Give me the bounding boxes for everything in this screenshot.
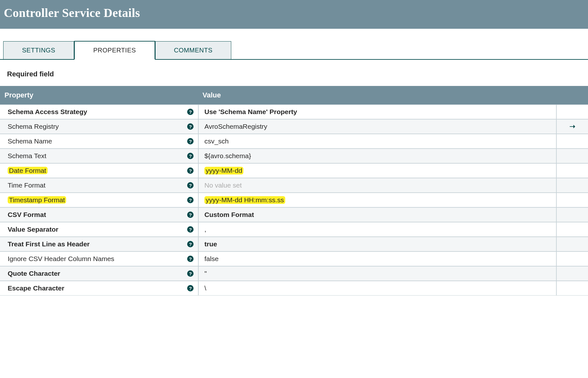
table-row[interactable]: Schema Text?${avro.schema} [0, 149, 588, 163]
property-name-cell: Ignore CSV Header Column Names? [0, 252, 198, 266]
help-icon[interactable]: ? [187, 182, 194, 189]
table-row[interactable]: Escape Character?\ [0, 281, 588, 296]
properties-table: Property Value Schema Access Strategy?Us… [0, 86, 588, 296]
property-action-cell [556, 281, 588, 295]
property-value-cell[interactable]: " [198, 266, 556, 281]
help-icon[interactable]: ? [187, 109, 194, 115]
property-label: Schema Access Strategy [8, 108, 87, 116]
property-action-cell [556, 266, 588, 281]
property-action-cell [556, 164, 588, 178]
column-header-actions [556, 86, 588, 104]
help-icon[interactable]: ? [187, 270, 194, 277]
help-icon[interactable]: ? [187, 123, 194, 130]
property-name-cell: Timestamp Format? [0, 193, 198, 207]
help-icon[interactable]: ? [187, 167, 194, 174]
property-action-cell [556, 134, 588, 148]
property-value-cell[interactable]: \ [198, 281, 556, 295]
required-field-label: Required field [0, 60, 588, 86]
help-icon[interactable]: ? [187, 285, 194, 291]
table-header-row: Property Value [0, 86, 588, 104]
table-row[interactable]: Ignore CSV Header Column Names?false [0, 251, 588, 266]
property-name-cell: Escape Character? [0, 281, 198, 295]
property-name-cell: Time Format? [0, 178, 198, 192]
property-name-cell: Schema Registry? [0, 120, 198, 134]
table-row[interactable]: Date Format?yyyy-MM-dd [0, 163, 588, 178]
goto-icon[interactable]: ➝ [569, 122, 575, 131]
property-action-cell [556, 178, 588, 192]
table-row[interactable]: Schema Access Strategy?Use 'Schema Name'… [0, 104, 588, 119]
property-label: Schema Name [8, 137, 52, 145]
property-name-cell: Value Separator? [0, 222, 198, 236]
column-header-property: Property [0, 86, 198, 104]
table-row[interactable]: Schema Registry?AvroSchemaRegistry➝ [0, 119, 588, 134]
tab-comments[interactable]: COMMENTS [155, 41, 232, 59]
property-label: Schema Text [8, 152, 46, 160]
dialog-header: Controller Service Details [0, 0, 588, 29]
tab-settings[interactable]: SETTINGS [3, 41, 74, 59]
property-name-cell: Schema Access Strategy? [0, 105, 198, 119]
property-value-cell[interactable]: true [198, 237, 556, 251]
property-value-cell[interactable]: false [198, 252, 556, 266]
property-value-cell[interactable]: AvroSchemaRegistry [198, 120, 556, 134]
property-value-cell[interactable]: yyyy-MM-dd [198, 164, 556, 178]
property-action-cell: ➝ [556, 120, 588, 134]
table-row[interactable]: Value Separator?, [0, 222, 588, 237]
property-value-cell[interactable]: yyyy-MM-dd HH:mm:ss.ss [198, 193, 556, 207]
tab-properties[interactable]: PROPERTIES [74, 41, 155, 60]
table-row[interactable]: Timestamp Format?yyyy-MM-dd HH:mm:ss.ss [0, 193, 588, 207]
help-icon[interactable]: ? [187, 256, 194, 262]
property-value-cell[interactable]: csv_sch [198, 134, 556, 148]
property-value-cell[interactable]: Custom Format [198, 208, 556, 222]
help-icon[interactable]: ? [187, 138, 194, 144]
property-label: Quote Character [8, 270, 60, 277]
property-name-cell: CSV Format? [0, 208, 198, 222]
property-label: Value Separator [8, 226, 58, 233]
property-action-cell [556, 252, 588, 266]
help-icon[interactable]: ? [187, 212, 194, 218]
property-action-cell [556, 149, 588, 163]
property-label: Ignore CSV Header Column Names [8, 255, 114, 263]
column-header-value: Value [198, 86, 556, 104]
table-row[interactable]: CSV Format?Custom Format [0, 207, 588, 222]
table-row[interactable]: Treat First Line as Header?true [0, 237, 588, 251]
property-name-cell: Date Format? [0, 164, 198, 178]
property-name-cell: Schema Name? [0, 134, 198, 148]
help-icon[interactable]: ? [187, 197, 194, 203]
page-title: Controller Service Details [4, 6, 584, 20]
property-value-cell[interactable]: , [198, 222, 556, 236]
property-value-cell[interactable]: No value set [198, 178, 556, 192]
property-label: Treat First Line as Header [8, 240, 90, 248]
property-action-cell [556, 105, 588, 119]
help-icon[interactable]: ? [187, 153, 194, 159]
property-label: Schema Registry [8, 123, 59, 130]
property-action-cell [556, 208, 588, 222]
property-label: Time Format [8, 181, 45, 189]
tab-bar: SETTINGS PROPERTIES COMMENTS [0, 41, 588, 60]
property-action-cell [556, 193, 588, 207]
property-value-cell[interactable]: ${avro.schema} [198, 149, 556, 163]
property-label: Timestamp Format [8, 196, 66, 204]
property-name-cell: Schema Text? [0, 149, 198, 163]
help-icon[interactable]: ? [187, 226, 194, 233]
property-label: CSV Format [8, 211, 46, 219]
table-row[interactable]: Schema Name?csv_sch [0, 134, 588, 149]
property-action-cell [556, 237, 588, 251]
property-value-cell[interactable]: Use 'Schema Name' Property [198, 105, 556, 119]
help-icon[interactable]: ? [187, 241, 194, 247]
property-label: Date Format [8, 167, 48, 174]
table-row[interactable]: Quote Character?" [0, 266, 588, 281]
property-name-cell: Quote Character? [0, 266, 198, 281]
property-action-cell [556, 222, 588, 236]
property-label: Escape Character [8, 284, 64, 292]
table-row[interactable]: Time Format?No value set [0, 178, 588, 193]
property-name-cell: Treat First Line as Header? [0, 237, 198, 251]
